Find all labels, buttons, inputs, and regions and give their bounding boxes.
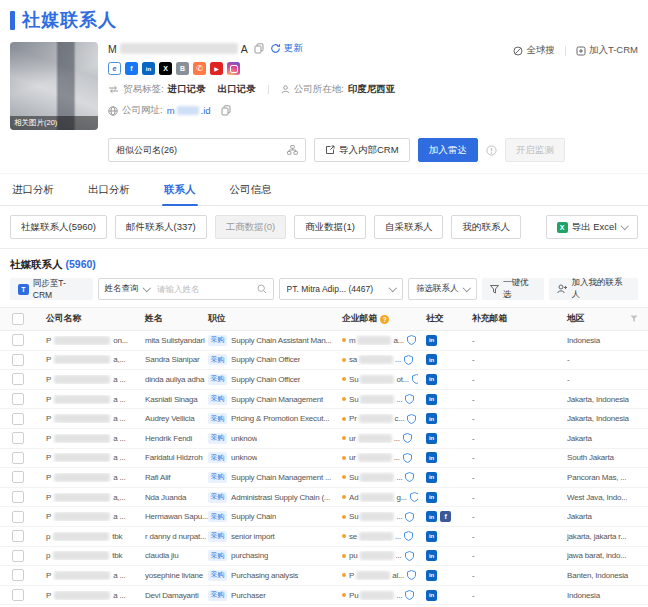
email-verify-icon[interactable] (405, 394, 414, 404)
linkedin-icon[interactable]: in (426, 531, 437, 542)
website-link[interactable]: m .id (167, 105, 211, 116)
linkedin-icon[interactable]: in (426, 452, 437, 463)
copy-icon[interactable] (254, 43, 264, 54)
row-checkbox[interactable] (12, 569, 24, 581)
email-verify-icon[interactable] (404, 531, 413, 541)
row-checkbox[interactable] (12, 589, 24, 601)
funnel-check-icon (490, 285, 499, 294)
import-records-link[interactable]: 进口记录 (168, 83, 206, 96)
row-checkbox[interactable] (12, 471, 24, 483)
facebook-icon[interactable]: f (440, 511, 451, 522)
row-checkbox[interactable] (12, 452, 24, 464)
contacts-icon[interactable]: B (176, 62, 189, 75)
name-query-dropdown[interactable]: 姓名查询 (105, 283, 150, 295)
youtube-icon[interactable]: ▶ (210, 62, 223, 75)
email-status-dot (342, 456, 346, 460)
linkedin-icon[interactable]: in (142, 62, 155, 75)
position-cell: 采购 Supply Chain Assistant Man... (200, 335, 334, 346)
row-checkbox[interactable] (12, 491, 24, 503)
tab-contacts[interactable]: 联系人 (162, 174, 198, 205)
filter-icon[interactable] (630, 315, 638, 323)
email-verify-icon[interactable] (403, 453, 412, 463)
redacted-email (357, 336, 391, 345)
redacted-email (359, 414, 393, 423)
company-photo[interactable]: 相关图片(20) (10, 42, 98, 130)
search-icon[interactable] (257, 284, 267, 294)
row-checkbox[interactable] (12, 511, 24, 523)
email-verify-icon[interactable] (407, 335, 416, 345)
row-checkbox[interactable] (12, 354, 24, 366)
name-search-input[interactable] (155, 283, 257, 295)
info-icon[interactable] (486, 145, 497, 156)
export-records-link[interactable]: 出口记录 (218, 83, 256, 96)
row-checkbox[interactable] (12, 530, 24, 542)
phone-icon[interactable]: ✆ (193, 62, 206, 75)
join-tcrm-button[interactable]: 加入T-CRM (576, 44, 638, 57)
email-verify-icon[interactable] (405, 590, 414, 600)
linkedin-icon[interactable]: in (426, 492, 437, 503)
company-social-icons: e f in X B ✆ ▶ (108, 62, 638, 75)
start-monitor-button[interactable]: 开启监测 (505, 138, 565, 162)
refresh-button[interactable]: 更新 (270, 42, 303, 55)
email-verify-icon[interactable] (405, 551, 414, 561)
facebook-icon[interactable]: f (125, 62, 138, 75)
export-excel-button[interactable]: X 导出 Excel (546, 215, 638, 239)
subtab-commercial-data[interactable]: 商业数据(1) (294, 215, 366, 239)
email-verify-icon[interactable] (410, 492, 418, 502)
copy-icon[interactable] (221, 105, 231, 116)
select-all-checkbox[interactable] (12, 313, 24, 325)
subtab-email-contacts[interactable]: 邮件联系人(337) (115, 215, 207, 239)
linkedin-icon[interactable]: in (426, 472, 437, 483)
row-checkbox[interactable] (12, 334, 24, 346)
quick-select-button[interactable]: 一键优选 (482, 278, 544, 300)
extra-email-cell: - (464, 591, 559, 600)
subtab-self-collected[interactable]: 自采联系人 (374, 215, 444, 239)
email-verify-icon[interactable] (403, 433, 412, 443)
email-verify-icon[interactable] (405, 512, 414, 522)
row-checkbox[interactable] (12, 432, 24, 444)
email-verify-icon[interactable] (407, 570, 416, 580)
tab-company-info[interactable]: 公司信息 (228, 174, 274, 205)
company-location: 印度尼西亚 (348, 83, 396, 96)
website-icon[interactable]: e (108, 62, 121, 75)
email-cell: Pu ... (334, 590, 418, 600)
email-verify-icon[interactable] (407, 414, 416, 424)
subtab-business-registry[interactable]: 工商数据(0) (215, 215, 287, 239)
similar-companies-input[interactable]: 相似公司名(26) (108, 138, 306, 162)
join-radar-button[interactable]: 加入雷达 (418, 138, 478, 162)
help-icon[interactable]: ? (380, 315, 389, 324)
linkedin-icon[interactable]: in (426, 433, 437, 444)
company-filter-select[interactable]: PT. Mitra Adip... (4467) (279, 278, 404, 300)
linkedin-icon[interactable]: in (426, 374, 437, 385)
photo-caption[interactable]: 相关图片(20) (10, 116, 98, 130)
email-cell: Su ... (334, 512, 418, 522)
linkedin-icon[interactable]: in (426, 511, 437, 522)
row-checkbox[interactable] (12, 373, 24, 385)
x-twitter-icon[interactable]: X (159, 62, 172, 75)
sync-tcrm-button[interactable]: T 同步至T-CRM (10, 278, 93, 300)
linkedin-icon[interactable]: in (426, 590, 437, 601)
row-checkbox[interactable] (12, 393, 24, 405)
filter-contacts-select[interactable]: 筛选联系人 (408, 278, 477, 300)
linkedin-icon[interactable]: in (426, 413, 437, 424)
subtab-my-contacts[interactable]: 我的联系人 (451, 215, 521, 239)
subtab-social-contacts[interactable]: 社媒联系人(5960) (10, 215, 107, 239)
region-cell: jawa barat, indo... (559, 551, 648, 560)
instagram-icon[interactable] (227, 62, 240, 75)
global-search-button[interactable]: 全球搜 (513, 44, 555, 57)
linkedin-icon[interactable]: in (426, 550, 437, 561)
import-internal-crm-button[interactable]: 导入内部CRM (314, 138, 410, 162)
region-cell: Banten, Indonesia (559, 571, 648, 580)
row-checkbox[interactable] (12, 413, 24, 425)
tab-export-analysis[interactable]: 出口分析 (86, 174, 132, 205)
linkedin-icon[interactable]: in (426, 354, 437, 365)
email-verify-icon[interactable] (405, 472, 414, 482)
email-verify-icon[interactable] (404, 355, 413, 365)
linkedin-icon[interactable]: in (426, 570, 437, 581)
tab-import-analysis[interactable]: 进口分析 (10, 174, 56, 205)
row-checkbox[interactable] (12, 550, 24, 562)
region-cell: Jakarta, Indonesia (559, 395, 648, 404)
add-to-my-contacts-button[interactable]: 加入我的联系人 (549, 278, 638, 300)
linkedin-icon[interactable]: in (426, 394, 437, 405)
linkedin-icon[interactable]: in (426, 335, 437, 346)
